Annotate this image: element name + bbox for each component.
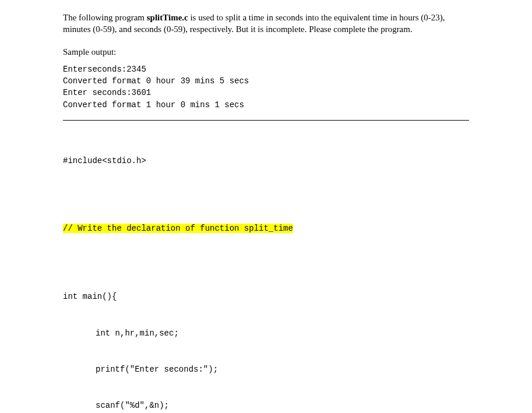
sample-output-1: Enterseconds:2345 Converted format 0 hou… [63, 63, 469, 87]
code-main-scanf: scanf("%d",&n); [63, 400, 469, 412]
sample-output-label: Sample output: [63, 46, 469, 58]
divider [63, 120, 469, 121]
code-main-printf1: printf("Enter seconds:"); [63, 363, 469, 376]
code-main-sig: int main(){ [63, 291, 469, 303]
code-include: #include<stdio.h> [63, 155, 469, 168]
intro-paragraph: The following program splitTime.c is use… [63, 12, 469, 36]
sample2-line2: Converted format 1 hour 0 mins 1 secs [63, 100, 244, 110]
program-name: splitTime.c [147, 13, 188, 22]
highlight-decl-comment: // Write the declaration of function spl… [63, 224, 293, 233]
blank-line [63, 191, 469, 199]
sample2-line1: Enter seconds:3601 [63, 88, 151, 97]
intro-prefix: The following program [63, 13, 147, 22]
sample1-line1: Enterseconds:2345 [63, 65, 146, 74]
sample1-line2: Converted format 0 hour 39 mins 5 secs [63, 76, 249, 86]
code-decl-comment: // Write the declaration of function spl… [63, 223, 469, 235]
code-listing: #include<stdio.h> // Write the declarati… [63, 131, 469, 413]
code-main-decl: int n,hr,min,sec; [63, 327, 469, 340]
blank-line [63, 259, 469, 267]
sample-output-2: Enter seconds:3601 Converted format 1 ho… [63, 87, 469, 111]
